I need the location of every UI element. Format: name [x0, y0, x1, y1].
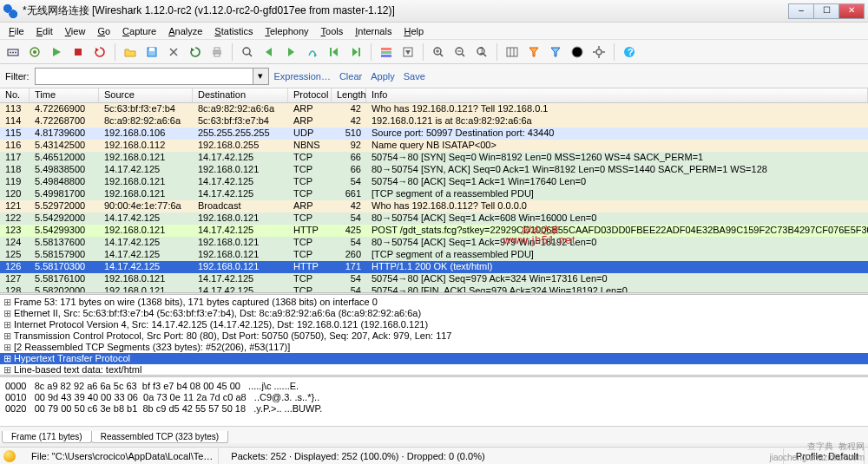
menu-capture[interactable]: Capture: [117, 24, 161, 38]
svg-marker-30: [405, 50, 411, 55]
column-header[interactable]: Destination: [193, 88, 288, 102]
menu-internals[interactable]: Internals: [350, 24, 397, 38]
expert-info-icon[interactable]: [3, 450, 16, 462]
options-icon[interactable]: [25, 42, 44, 62]
detail-row[interactable]: Line-based text data: text/html: [0, 364, 868, 375]
packet-row[interactable]: 1275.58176100192.168.0.12114.17.42.125TC…: [0, 273, 868, 285]
start-capture-icon[interactable]: [47, 42, 66, 62]
packet-row[interactable]: 1235.54299300192.168.0.12114.17.42.125HT…: [0, 225, 868, 237]
detail-row[interactable]: Frame 53: 171 bytes on wire (1368 bits),…: [0, 297, 868, 308]
menu-go[interactable]: Go: [92, 24, 115, 38]
close-button[interactable]: ✕: [838, 3, 865, 19]
filter-clear[interactable]: Clear: [339, 71, 362, 82]
zoom-reset-icon[interactable]: 1: [472, 42, 491, 62]
menu-statistics[interactable]: Statistics: [209, 24, 258, 38]
menu-analyze[interactable]: Analyze: [163, 24, 207, 38]
svg-marker-44: [529, 48, 538, 56]
capture-filters-icon[interactable]: [524, 42, 543, 62]
save-file-icon[interactable]: [142, 42, 161, 62]
separator: [371, 43, 372, 61]
display-filters-icon[interactable]: [546, 42, 565, 62]
column-header[interactable]: Source: [99, 88, 193, 102]
maximize-button[interactable]: ☐: [813, 3, 839, 19]
tab-frame[interactable]: Frame (171 bytes): [2, 431, 92, 443]
menu-edit[interactable]: Edit: [31, 24, 58, 38]
packet-row[interactable]: 1195.49848800192.168.0.12114.17.42.125TC…: [0, 176, 868, 188]
menu-view[interactable]: View: [60, 24, 91, 38]
hex-row: 0000 8c a9 82 92 a6 6a 5c 63 bf f3 e7 b4…: [5, 381, 863, 392]
interfaces-icon[interactable]: [3, 42, 23, 62]
packet-row[interactable]: 1134.722669005c:63:bf:f3:e7:b48c:a9:82:9…: [0, 103, 868, 115]
go-last-icon[interactable]: [346, 42, 365, 62]
filter-dropdown-icon[interactable]: ▾: [253, 68, 269, 85]
detail-row[interactable]: Internet Protocol Version 4, Src: 14.17.…: [0, 319, 868, 330]
packet-list-pane[interactable]: No.TimeSourceDestinationProtocolLengthIn…: [0, 88, 868, 292]
svg-line-32: [440, 54, 443, 56]
restart-capture-icon[interactable]: [90, 42, 109, 62]
open-file-icon[interactable]: [121, 42, 140, 62]
detail-row[interactable]: Hypertext Transfer Protocol: [0, 353, 868, 364]
column-header[interactable]: Protocol: [288, 88, 332, 102]
packet-details-pane[interactable]: Frame 53: 171 bytes on wire (1368 bits),…: [0, 295, 868, 375]
filter-save[interactable]: Save: [404, 71, 425, 82]
zoom-out-icon[interactable]: [450, 42, 470, 62]
separator: [614, 43, 615, 61]
packet-row[interactable]: 1185.4983850014.17.42.125192.168.0.121TC…: [0, 164, 868, 176]
menu-file[interactable]: File: [3, 24, 30, 38]
go-forward-icon[interactable]: [281, 42, 300, 62]
jump-icon[interactable]: [303, 42, 322, 62]
packet-row[interactable]: 1215.5297200090:00:4e:1e:77:6aBroadcastA…: [0, 200, 868, 212]
svg-marker-13: [191, 48, 194, 52]
go-back-icon[interactable]: [260, 42, 279, 62]
go-first-icon[interactable]: [325, 42, 344, 62]
colorize-icon[interactable]: [377, 42, 396, 62]
packet-row[interactable]: 1144.722687008c:a9:82:92:a6:6a5c:63:bf:f…: [0, 115, 868, 127]
packet-row[interactable]: 1245.5813760014.17.42.125192.168.0.121TC…: [0, 237, 868, 249]
minimize-button[interactable]: –: [788, 3, 814, 19]
bytes-tabs: Frame (171 bytes) Reassembled TCP (323 b…: [0, 426, 868, 443]
column-header[interactable]: No.: [0, 88, 30, 102]
statusbar: File: "C:\Users\crocico\AppData\Local\Te…: [0, 447, 868, 464]
close-file-icon[interactable]: [164, 42, 183, 62]
preferences-icon[interactable]: [589, 42, 608, 62]
svg-line-36: [462, 54, 464, 56]
help-icon[interactable]: ?: [620, 42, 639, 62]
packet-row[interactable]: 1225.5429200014.17.42.125192.168.0.121TC…: [0, 212, 868, 225]
separator: [115, 43, 115, 61]
filter-input[interactable]: [35, 68, 253, 85]
status-file: File: "C:\Users\crocico\AppData\Local\Te…: [26, 448, 219, 464]
autoscroll-icon[interactable]: [398, 42, 418, 62]
zoom-in-icon[interactable]: [429, 42, 448, 62]
svg-rect-10: [149, 48, 155, 51]
svg-marker-45: [551, 48, 560, 56]
column-header[interactable]: Length: [332, 88, 366, 102]
reload-icon[interactable]: [186, 42, 205, 62]
packet-row[interactable]: 1285.58202000192.168.0.12114.17.42.125TC…: [0, 285, 868, 292]
svg-point-1: [10, 51, 11, 53]
coloring-rules-icon[interactable]: [568, 42, 587, 62]
detail-row[interactable]: [2 Reassembled TCP Segments (323 bytes):…: [0, 342, 868, 353]
menu-telephony[interactable]: Telephony: [260, 24, 313, 38]
resize-columns-icon[interactable]: [503, 42, 522, 62]
packet-bytes-pane[interactable]: 0000 8c a9 82 92 a6 6a 5c 63 bf f3 e7 b4…: [0, 377, 868, 426]
menu-tools[interactable]: Tools: [316, 24, 349, 38]
filter-expression[interactable]: Expression…: [274, 71, 331, 82]
packet-row[interactable]: 1255.5815790014.17.42.125192.168.0.121TC…: [0, 249, 868, 261]
column-header[interactable]: Info: [366, 88, 868, 102]
find-icon[interactable]: [238, 42, 257, 62]
svg-marker-25: [352, 48, 358, 56]
packet-row[interactable]: 1205.49981700192.168.0.12114.17.42.125TC…: [0, 188, 868, 200]
packet-row[interactable]: 1175.46512000192.168.0.12114.17.42.125TC…: [0, 152, 868, 164]
packet-row[interactable]: 1265.5817030014.17.42.125192.168.0.121HT…: [0, 261, 868, 273]
packet-row[interactable]: 1165.43142500192.168.0.112192.168.0.255N…: [0, 140, 868, 152]
svg-marker-19: [266, 48, 272, 56]
detail-row[interactable]: Ethernet II, Src: 5c:63:bf:f3:e7:b4 (5c:…: [0, 308, 868, 319]
packet-row[interactable]: 1154.81739600192.168.0.106255.255.255.25…: [0, 127, 868, 140]
detail-row[interactable]: Transmission Control Protocol, Src Port:…: [0, 330, 868, 342]
tab-reassembled[interactable]: Reassembled TCP (323 bytes): [91, 431, 228, 443]
print-icon[interactable]: [207, 42, 227, 62]
stop-capture-icon[interactable]: [69, 42, 88, 62]
filter-apply[interactable]: Apply: [371, 71, 395, 82]
menu-help[interactable]: Help: [398, 24, 429, 38]
column-header[interactable]: Time: [30, 88, 99, 102]
